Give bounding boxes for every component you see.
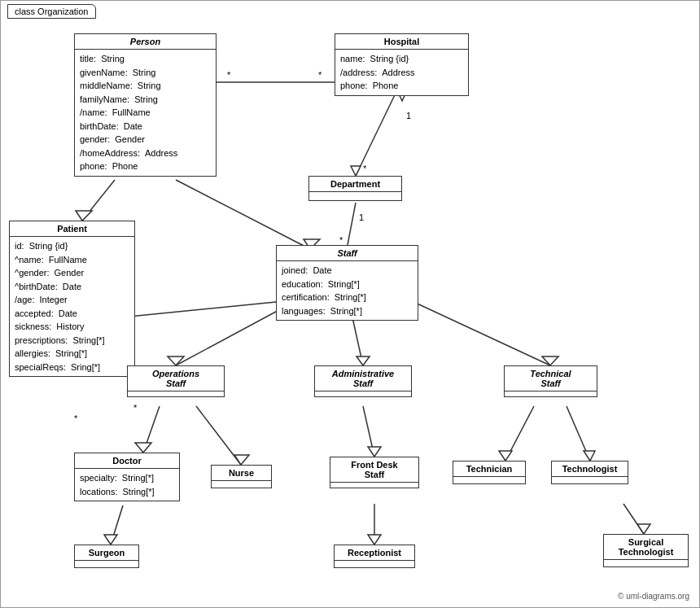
technologist-body — [552, 477, 628, 483]
staff-header: Staff — [277, 246, 418, 261]
svg-marker-25 — [135, 443, 151, 453]
svg-line-30 — [505, 406, 534, 461]
svg-marker-5 — [351, 166, 361, 176]
diagram-title: class Organization — [7, 4, 96, 19]
administrative-staff-header: AdministrativeStaff — [315, 366, 411, 391]
person-body: title:String givenName:String middleName… — [75, 50, 216, 176]
svg-marker-27 — [234, 455, 249, 465]
hospital-class: Hospital name:String {id} /address:Addre… — [335, 33, 469, 96]
patient-class: Patient id:String {id} ^name:FullName ^g… — [9, 221, 135, 377]
svg-text:*: * — [133, 403, 138, 413]
svg-marker-33 — [584, 451, 595, 461]
svg-text:1: 1 — [359, 212, 364, 222]
surgical-technologist-body — [604, 560, 688, 566]
technical-staff-header: TechnicalStaff — [505, 366, 597, 391]
svg-line-32 — [567, 406, 590, 461]
svg-text:1: 1 — [406, 111, 411, 120]
svg-marker-21 — [357, 356, 370, 365]
svg-line-28 — [363, 406, 374, 457]
front-desk-staff-class: Front DeskStaff — [330, 457, 419, 488]
svg-line-26 — [196, 406, 241, 465]
diagram-container: class Organization * * 1 * 1 * * * — [0, 0, 700, 608]
technical-staff-class: TechnicalStaff — [504, 365, 597, 397]
technical-staff-body — [505, 391, 597, 396]
technician-body — [453, 477, 525, 483]
svg-marker-23 — [542, 356, 558, 365]
svg-marker-19 — [168, 356, 184, 365]
surgical-technologist-header: SurgicalTechnologist — [604, 535, 688, 560]
technologist-class: Technologist — [551, 461, 628, 484]
person-header: Person — [75, 34, 216, 50]
receptionist-body — [335, 561, 414, 567]
svg-text:*: * — [318, 70, 322, 80]
nurse-body — [212, 481, 271, 488]
operations-staff-header: OperationsStaff — [128, 366, 224, 391]
operations-staff-body — [128, 391, 224, 396]
front-desk-staff-body — [330, 483, 418, 488]
person-class: Person title:String givenName:String mid… — [74, 33, 217, 177]
hospital-header: Hospital — [335, 34, 468, 50]
front-desk-staff-header: Front DeskStaff — [330, 457, 418, 483]
svg-line-24 — [143, 406, 160, 453]
svg-line-22 — [400, 295, 550, 365]
svg-text:*: * — [339, 235, 343, 245]
svg-marker-39 — [637, 524, 650, 534]
svg-line-38 — [623, 504, 644, 534]
receptionist-header: Receptionist — [335, 545, 414, 561]
department-body — [309, 192, 401, 200]
svg-marker-37 — [368, 535, 381, 545]
surgeon-class: Surgeon — [74, 545, 139, 568]
nurse-header: Nurse — [212, 466, 271, 481]
technician-class: Technician — [453, 461, 526, 484]
nurse-class: Nurse — [211, 465, 272, 488]
svg-line-8 — [348, 203, 356, 245]
patient-body: id:String {id} ^name:FullName ^gender:Ge… — [10, 237, 134, 376]
administrative-staff-body — [315, 391, 411, 396]
svg-text:*: * — [227, 70, 231, 80]
patient-header: Patient — [10, 221, 134, 237]
svg-marker-29 — [368, 447, 381, 457]
doctor-header: Doctor — [75, 453, 179, 469]
staff-class: Staff joined:Date education:String[*] ce… — [276, 245, 418, 321]
receptionist-class: Receptionist — [334, 545, 415, 568]
doctor-body: specialty:String[*] locations:String[*] — [75, 469, 179, 501]
svg-marker-12 — [76, 211, 92, 221]
copyright: © uml-diagrams.org — [618, 592, 689, 601]
svg-marker-35 — [104, 535, 117, 545]
technician-header: Technician — [453, 461, 525, 477]
surgeon-body — [75, 561, 138, 567]
svg-line-13 — [176, 180, 310, 249]
surgical-technologist-class: SurgicalTechnologist — [603, 534, 689, 567]
svg-marker-31 — [499, 451, 512, 461]
administrative-staff-class: AdministrativeStaff — [314, 365, 412, 397]
operations-staff-class: OperationsStaff — [127, 365, 225, 397]
staff-body: joined:Date education:String[*] certific… — [277, 261, 418, 320]
department-class: Department — [308, 176, 402, 201]
surgeon-header: Surgeon — [75, 545, 138, 561]
svg-line-11 — [82, 180, 115, 221]
svg-line-34 — [111, 505, 123, 545]
doctor-class: Doctor specialty:String[*] locations:Str… — [74, 453, 180, 501]
svg-text:*: * — [74, 413, 78, 423]
department-header: Department — [309, 177, 401, 192]
svg-text:*: * — [363, 164, 367, 173]
hospital-body: name:String {id} /address:Address phone:… — [335, 50, 468, 95]
technologist-header: Technologist — [552, 461, 628, 477]
